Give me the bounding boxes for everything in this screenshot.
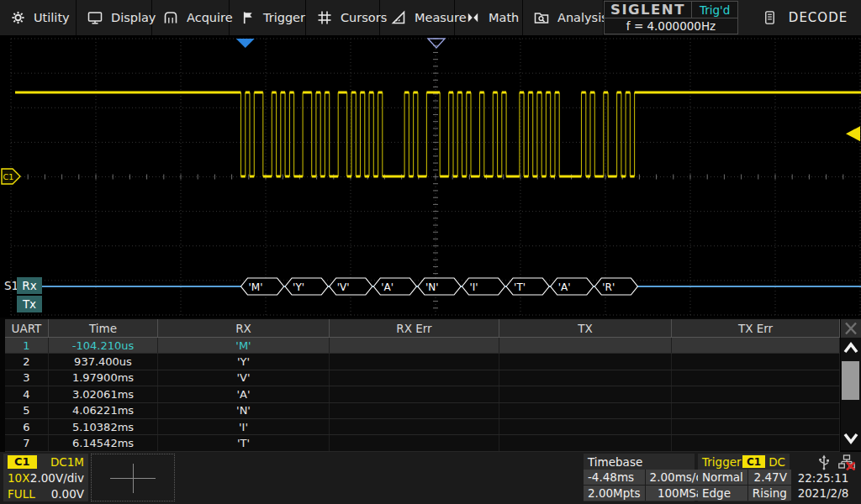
table-row[interactable]: 1-104.210us'M' — [5, 338, 840, 354]
menu-item-trigger[interactable]: Trigger — [230, 0, 306, 35]
menu-item-decode[interactable]: DECODE — [738, 0, 861, 35]
column-header-rx: RX — [158, 319, 330, 337]
scroll-up-button[interactable] — [841, 338, 861, 360]
table-cell: 'I' — [158, 419, 330, 434]
waveform-display-area: C1'M''Y''V''A''N''I''T''A''R' S1 Rx Tx — [0, 35, 861, 318]
measure-icon — [391, 10, 406, 25]
column-header-time: Time — [49, 319, 158, 337]
math-icon — [466, 10, 480, 25]
trigger-source-badge: C1 — [742, 455, 765, 468]
table-cell — [330, 403, 499, 418]
uart-frame: 'R' — [594, 278, 637, 295]
table-cell: 6 — [5, 419, 49, 434]
channel1-panel[interactable]: C1 DC1M 10X 2.00V/div FULL 0.00V — [3, 454, 88, 501]
column-header-uart: UART — [5, 319, 49, 337]
system-icons — [811, 454, 861, 471]
clock-time: 22:25:11 — [787, 470, 859, 486]
menu-item-display[interactable]: Display — [77, 0, 152, 35]
trigger-position-indicator[interactable] — [236, 39, 255, 48]
scroll-down-button[interactable] — [841, 427, 861, 449]
channel1-attenuation: 10X — [8, 471, 29, 485]
system-clock: 22:25:11 2021/2/8 — [787, 470, 859, 501]
table-cell — [330, 386, 499, 402]
empty-channel-slot[interactable] — [91, 454, 175, 501]
channel1-coupling: DC1M — [50, 455, 84, 469]
menu-item-label: Trigger — [263, 11, 305, 24]
table-scrollbar — [841, 338, 861, 450]
table-cell: 'M' — [158, 338, 330, 353]
table-row[interactable]: 76.14542ms'T' — [5, 435, 840, 451]
menu-item-label: Acquire — [187, 11, 233, 24]
uart-frame: 'I' — [462, 278, 505, 295]
table-cell — [499, 370, 672, 386]
timebase-title: Timebase — [588, 455, 642, 469]
column-header-rx-err: RX Err — [330, 319, 499, 337]
menu-item-cursors[interactable]: Cursors — [306, 0, 380, 35]
scrollbar-thumb[interactable] — [842, 361, 859, 400]
menu-item-label: Math — [489, 11, 519, 24]
table-row[interactable]: 31.97900ms'V' — [5, 370, 840, 386]
timebase-panel[interactable]: Timebase -4.48ms 2.00ms/div 2.00Mpts 100… — [584, 454, 695, 501]
usb-icon — [816, 454, 832, 471]
menu-bar: UtilityDisplayAcquireTriggerCursorsMeasu… — [0, 0, 861, 35]
menu-items: UtilityDisplayAcquireTriggerCursorsMeasu… — [0, 0, 604, 35]
brand-row: SIGLENT Trig'd — [605, 2, 737, 18]
channel1-offset: 0.00V — [51, 487, 84, 501]
table-cell: 1 — [5, 338, 49, 353]
channel1-bandwidth: FULL — [8, 487, 35, 501]
trigger-type: Edge — [698, 486, 747, 501]
table-cell: 7 — [5, 435, 49, 450]
table-cell — [330, 419, 499, 434]
table-cell — [672, 354, 840, 369]
column-header-tx-err: TX Err — [672, 319, 840, 337]
crosshair-icon-vertical — [133, 464, 134, 493]
table-cell: 2 — [5, 354, 49, 369]
display-icon — [87, 10, 103, 25]
table-row[interactable]: 65.10382ms'I' — [5, 419, 840, 435]
channel1-scale: 2.00V/div — [30, 471, 84, 485]
trigger-level: 2.47V — [748, 470, 791, 485]
channel1-offset-indicator[interactable]: C1 — [2, 169, 20, 184]
table-cell: 5 — [5, 403, 49, 418]
menu-item-acquire[interactable]: Acquire — [152, 0, 230, 35]
table-cell — [672, 403, 840, 418]
table-cell: 'T' — [158, 435, 330, 450]
trigger-panel[interactable]: Trigger C1 DC Normal 2.47V Edge Rising — [698, 454, 790, 501]
uart-frame-label: 'R' — [602, 281, 615, 293]
table-cell — [672, 435, 840, 450]
uart-frame: 'V' — [330, 278, 372, 295]
menu-item-math[interactable]: Math — [455, 0, 523, 35]
analysis-icon — [534, 10, 549, 25]
uart-frame-label: 'V' — [337, 281, 350, 293]
table-cell — [672, 419, 840, 434]
close-icon[interactable] — [841, 319, 861, 338]
table-cell: 6.14542ms — [49, 435, 158, 450]
acquire-icon — [163, 10, 178, 25]
menu-item-analysis[interactable]: Analysis — [523, 0, 604, 35]
decode-list-icon — [763, 10, 777, 25]
table-cell: 'A' — [158, 386, 330, 402]
brand-logo: SIGLENT — [605, 2, 692, 18]
table-row[interactable]: 2937.400us'Y' — [5, 354, 840, 370]
trigger-slope: Rising — [748, 486, 791, 501]
table-cell: 5.10382ms — [49, 419, 158, 434]
table-cell: 937.400us — [49, 354, 158, 369]
menu-item-measure[interactable]: Measure — [380, 0, 455, 35]
table-cell: 'N' — [158, 403, 330, 418]
column-header-tx: TX — [499, 319, 672, 337]
table-row[interactable]: 43.02061ms'A' — [5, 386, 840, 402]
horizontal-reference-indicator[interactable] — [428, 39, 445, 48]
uart-frame: 'N' — [418, 278, 461, 295]
table-cell: 3 — [5, 370, 49, 386]
uart-frame: 'Y' — [285, 278, 328, 295]
trigger-status: Trig'd — [692, 2, 737, 18]
clock-date: 2021/2/8 — [787, 486, 859, 501]
table-cell: 'V' — [158, 370, 330, 386]
trigger-level-indicator[interactable] — [846, 126, 860, 141]
uart-frame-label: 'I' — [470, 281, 478, 293]
table-row[interactable]: 54.06221ms'N' — [5, 403, 840, 419]
table-cell — [330, 370, 499, 386]
menu-item-utility[interactable]: Utility — [0, 0, 77, 35]
table-cell: -104.210us — [49, 338, 158, 353]
table-cell — [499, 435, 672, 450]
